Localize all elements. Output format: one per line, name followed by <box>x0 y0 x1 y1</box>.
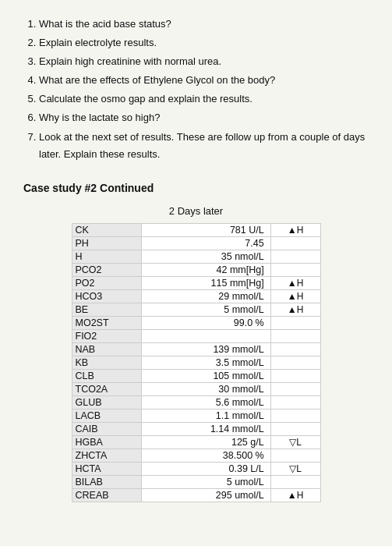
lab-label: KB <box>72 356 141 369</box>
lab-flag: ▽L <box>270 435 320 448</box>
table-row: PO2115 mm[Hg]▲H <box>72 276 320 289</box>
questions-section: What is the acid base status?Explain ele… <box>23 16 369 163</box>
lab-value <box>141 329 270 342</box>
lab-value: 99.0 % <box>141 316 270 329</box>
table-row: PCO242 mm[Hg] <box>72 263 320 276</box>
question-item-6: Why is the lactate so high? <box>39 109 369 126</box>
question-item-5: Calculate the osmo gap and explain the r… <box>39 90 369 108</box>
table-row: GLUB5.6 mmol/L <box>72 395 320 409</box>
lab-flag: ▽L <box>270 462 320 475</box>
lab-flag <box>270 356 320 369</box>
table-row: CLB105 mmol/L <box>72 369 320 382</box>
lab-value: 3.5 mmol/L <box>141 356 270 369</box>
table-row: FIO2 <box>72 329 320 342</box>
lab-value: 42 mm[Hg] <box>141 263 270 276</box>
question-item-7: Look at the next set of results. These a… <box>39 129 369 163</box>
table-row: CREAB295 umol/L▲H <box>72 488 320 502</box>
table-row: TCO2A30 mmol/L <box>72 382 320 395</box>
lab-value: 1.14 mmol/L <box>141 422 270 435</box>
lab-label: MO2ST <box>72 316 141 329</box>
lab-value: 5.6 mmol/L <box>141 395 270 409</box>
lab-value: 5 umol/L <box>141 475 270 488</box>
lab-flag <box>270 316 320 329</box>
lab-flag <box>270 250 320 263</box>
lab-flag <box>270 448 320 462</box>
lab-label: HCO3 <box>72 289 141 303</box>
lab-value: 105 mmol/L <box>141 369 270 382</box>
question-item-4: What are the effects of Ethylene Glycol … <box>39 72 369 89</box>
lab-flag: ▲H <box>270 488 320 502</box>
lab-flag <box>270 369 320 382</box>
lab-flag: ▲H <box>270 223 320 236</box>
lab-label: CAIB <box>72 422 141 435</box>
question-item-2: Explain electrolyte results. <box>39 34 369 51</box>
lab-results-table: CK781 U/L▲HPH7.45H35 nmol/LPCO242 mm[Hg]… <box>72 223 321 502</box>
days-later-label: 2 Days later <box>23 205 369 217</box>
lab-value: 1.1 mmol/L <box>141 409 270 422</box>
lab-label: TCO2A <box>72 382 141 395</box>
lab-value: 0.39 L/L <box>141 462 270 475</box>
lab-flag <box>270 475 320 488</box>
lab-value: 115 mm[Hg] <box>141 276 270 289</box>
lab-label: HGBA <box>72 435 141 448</box>
lab-label: PO2 <box>72 276 141 289</box>
table-row: KB3.5 mmol/L <box>72 356 320 369</box>
lab-flag: ▲H <box>270 289 320 303</box>
table-row: MO2ST99.0 % <box>72 316 320 329</box>
table-row: CK781 U/L▲H <box>72 223 320 236</box>
lab-flag <box>270 342 320 356</box>
lab-label: BILAB <box>72 475 141 488</box>
lab-label: CREAB <box>72 488 141 502</box>
table-row: PH7.45 <box>72 236 320 250</box>
case-title: Case study #2 Continued <box>23 182 369 194</box>
lab-flag <box>270 395 320 409</box>
lab-value: 38.500 % <box>141 448 270 462</box>
question-item-3: Explain high creatinine with normal urea… <box>39 53 369 70</box>
table-row: HCTA0.39 L/L▽L <box>72 462 320 475</box>
lab-flag <box>270 422 320 435</box>
lab-flag: ▲H <box>270 276 320 289</box>
lab-label: ZHCTA <box>72 448 141 462</box>
lab-value: 295 umol/L <box>141 488 270 502</box>
lab-value: 125 g/L <box>141 435 270 448</box>
table-row: HGBA125 g/L▽L <box>72 435 320 448</box>
table-row: BILAB5 umol/L <box>72 475 320 488</box>
table-row: H35 nmol/L <box>72 250 320 263</box>
lab-label: H <box>72 250 141 263</box>
lab-label: GLUB <box>72 395 141 409</box>
lab-label: PCO2 <box>72 263 141 276</box>
lab-flag <box>270 236 320 250</box>
table-row: NAB139 mmol/L <box>72 342 320 356</box>
lab-value: 30 mmol/L <box>141 382 270 395</box>
lab-flag: ▲H <box>270 303 320 316</box>
lab-label: LACB <box>72 409 141 422</box>
table-row: CAIB1.14 mmol/L <box>72 422 320 435</box>
lab-label: CK <box>72 223 141 236</box>
lab-flag <box>270 329 320 342</box>
lab-value: 29 mmol/L <box>141 289 270 303</box>
table-row: BE5 mmol/L▲H <box>72 303 320 316</box>
table-row: ZHCTA38.500 % <box>72 448 320 462</box>
lab-label: PH <box>72 236 141 250</box>
lab-value: 5 mmol/L <box>141 303 270 316</box>
lab-value: 139 mmol/L <box>141 342 270 356</box>
lab-flag <box>270 382 320 395</box>
lab-label: CLB <box>72 369 141 382</box>
lab-value: 781 U/L <box>141 223 270 236</box>
lab-flag <box>270 263 320 276</box>
lab-flag <box>270 409 320 422</box>
table-row: HCO329 mmol/L▲H <box>72 289 320 303</box>
question-item-1: What is the acid base status? <box>39 16 369 33</box>
lab-label: HCTA <box>72 462 141 475</box>
table-row: LACB1.1 mmol/L <box>72 409 320 422</box>
lab-label: NAB <box>72 342 141 356</box>
lab-value: 7.45 <box>141 236 270 250</box>
lab-label: BE <box>72 303 141 316</box>
lab-value: 35 nmol/L <box>141 250 270 263</box>
lab-label: FIO2 <box>72 329 141 342</box>
